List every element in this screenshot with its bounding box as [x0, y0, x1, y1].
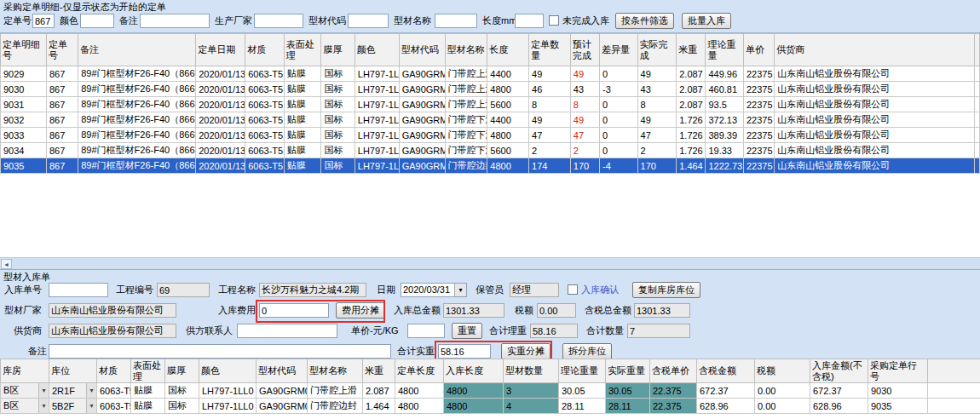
column-header[interactable]: 颜色 — [199, 359, 257, 383]
column-header[interactable]: 税额 — [755, 359, 810, 383]
inbound-confirm-checkbox[interactable] — [568, 284, 578, 295]
unit-price-input[interactable] — [407, 324, 445, 338]
column-header[interactable]: 定单长度 — [395, 359, 444, 383]
column-header[interactable]: 定单日期 — [196, 34, 245, 66]
column-header[interactable]: 表面处理 — [284, 34, 321, 66]
color-input[interactable] — [80, 14, 114, 28]
cell: 9030 — [1, 82, 47, 97]
combo-cell[interactable]: 2R1F▾ — [49, 383, 97, 399]
inbound-fee-input[interactable] — [259, 303, 329, 318]
combo-dropdown-icon[interactable]: ▾ — [86, 383, 96, 398]
column-header[interactable]: 备注 — [78, 34, 196, 66]
table-row[interactable]: B区▾2R1F▾6063-T5贴膜国标LH797-1LL0GA90GRM03门带… — [1, 383, 980, 399]
contact-input[interactable] — [237, 324, 337, 338]
cell: 628.96 — [810, 399, 868, 414]
column-header[interactable]: 膜厚 — [165, 359, 199, 383]
actual-weight-allocate-button[interactable]: 实重分摊 — [501, 343, 551, 359]
column-header[interactable]: 库房 — [1, 359, 49, 383]
column-header[interactable]: 库位 — [49, 359, 97, 383]
keeper-input[interactable] — [510, 283, 559, 297]
scroll-left-icon[interactable]: ◄ — [1, 259, 12, 269]
combo-dropdown-icon[interactable]: ▾ — [86, 399, 96, 413]
date-input[interactable]: 2020/03/31 ▾ — [401, 283, 467, 297]
column-header[interactable]: 型材名称 — [445, 34, 487, 66]
column-header[interactable]: 型材代码 — [257, 359, 308, 383]
column-header[interactable]: 颜色 — [355, 34, 399, 66]
date-dropdown-icon[interactable]: ▾ — [454, 284, 466, 296]
total-theoretical-input[interactable] — [530, 324, 578, 338]
table-row[interactable]: 903286789#门框型材F26-F40（866*867）2020/01/13… — [1, 112, 980, 128]
table-row[interactable]: 903386789#门框型材F26-F40（866*867）2020/01/13… — [1, 128, 980, 143]
column-header[interactable]: 理论重量 — [559, 359, 606, 383]
column-header[interactable]: 入库金额(不含税) — [810, 359, 868, 383]
horizontal-scrollbar[interactable]: ◄ — [0, 257, 980, 269]
column-header[interactable]: 表面处理 — [131, 359, 165, 383]
supplier-input[interactable] — [49, 324, 176, 338]
inbound-remark-input[interactable] — [49, 344, 391, 359]
column-header[interactable]: 米重 — [363, 359, 395, 383]
column-header[interactable]: 理论重量 — [706, 34, 744, 66]
column-header[interactable]: 型材名称 — [308, 359, 363, 383]
table-row[interactable]: 903086789#门框型材F26-F40（866*867）2020/01/13… — [1, 82, 980, 97]
order-no-input[interactable] — [32, 14, 55, 28]
column-header[interactable]: 采购定单行号 — [868, 359, 928, 383]
table-row[interactable]: 903486789#门框型材F26-F40（866*867）2020/01/13… — [1, 143, 980, 158]
table-row[interactable]: 902986789#门框型材F26-F40（866*867）2020/01/13… — [1, 66, 980, 82]
combo-cell[interactable]: 5B2F▾ — [49, 399, 97, 414]
length-input[interactable] — [515, 14, 544, 28]
cell: 贴膜 — [284, 66, 321, 82]
column-header[interactable]: 含税金额 — [697, 359, 755, 383]
batch-inbound-button[interactable]: 批量入库 — [682, 13, 731, 29]
total-amount-input[interactable] — [443, 303, 504, 318]
factory-input[interactable] — [49, 303, 176, 318]
column-header[interactable]: 米重 — [677, 34, 706, 66]
table-row[interactable]: 903586789#门框型材F26-F40（866*867）2020/01/13… — [1, 158, 980, 174]
total-qty-input[interactable] — [627, 324, 690, 338]
column-header[interactable] — [974, 34, 979, 66]
cell: 1.726 — [677, 112, 706, 128]
column-header[interactable]: 差异量 — [600, 34, 638, 66]
column-header[interactable]: 型材数量 — [504, 359, 559, 383]
column-header[interactable]: 定单数量 — [529, 34, 571, 66]
project-no-input[interactable] — [157, 283, 210, 297]
unfinished-checkbox[interactable] — [549, 15, 559, 26]
column-header[interactable] — [928, 359, 980, 383]
reset-button[interactable]: 重置 — [452, 323, 482, 339]
cell: 门带腔边封 — [308, 399, 363, 414]
profile-code-input[interactable] — [348, 14, 389, 28]
column-header[interactable]: 定单明细号 — [1, 34, 47, 66]
column-header[interactable]: 入库长度 — [444, 359, 504, 383]
project-name-input[interactable] — [259, 283, 366, 297]
total-with-tax-input[interactable] — [634, 303, 690, 318]
column-header[interactable]: 预计完成 — [570, 34, 599, 66]
column-header[interactable]: 长度 — [487, 34, 529, 66]
split-location-button[interactable]: 拆分库位 — [562, 343, 612, 359]
inbound-no-input[interactable] — [49, 283, 108, 297]
column-header[interactable]: 实际重量 — [606, 359, 650, 383]
manufacturer-input[interactable] — [254, 14, 303, 28]
column-header[interactable]: 单价 — [744, 34, 775, 66]
column-header[interactable]: 型材代码 — [399, 34, 445, 66]
tax-input[interactable] — [537, 303, 576, 318]
table-row[interactable]: 903186789#门框型材F26-F40（866*867）2020/01/13… — [1, 97, 980, 112]
remark-input[interactable] — [140, 14, 210, 28]
column-header[interactable]: 实际完成 — [637, 34, 677, 66]
combo-cell[interactable]: B区▾ — [1, 383, 49, 399]
total-actual-input[interactable] — [438, 344, 491, 359]
column-header[interactable]: 膜厚 — [321, 34, 355, 66]
profile-name-input[interactable] — [435, 14, 477, 28]
combo-cell[interactable]: B区▾ — [1, 399, 49, 414]
copy-warehouse-location-button[interactable]: 复制库房库位 — [632, 282, 700, 298]
combo-dropdown-icon[interactable]: ▾ — [38, 383, 49, 398]
combo-dropdown-icon[interactable]: ▾ — [38, 399, 49, 413]
cell: 49 — [637, 66, 677, 82]
fee-allocate-button[interactable]: 费用分摊 — [336, 302, 385, 319]
table-row[interactable]: B区▾5B2F▾6063-T5贴膜国标LH797-1LL0GA90GRM05门带… — [1, 399, 980, 414]
column-header[interactable]: 材质 — [245, 34, 285, 66]
column-header[interactable]: 定单号 — [46, 34, 78, 66]
cell: 贴膜 — [284, 112, 321, 128]
column-header[interactable]: 含税单价 — [650, 359, 697, 383]
column-header[interactable]: 材质 — [97, 359, 131, 383]
column-header[interactable]: 供货商 — [775, 34, 974, 66]
filter-by-condition-button[interactable]: 按条件筛选 — [615, 13, 674, 29]
